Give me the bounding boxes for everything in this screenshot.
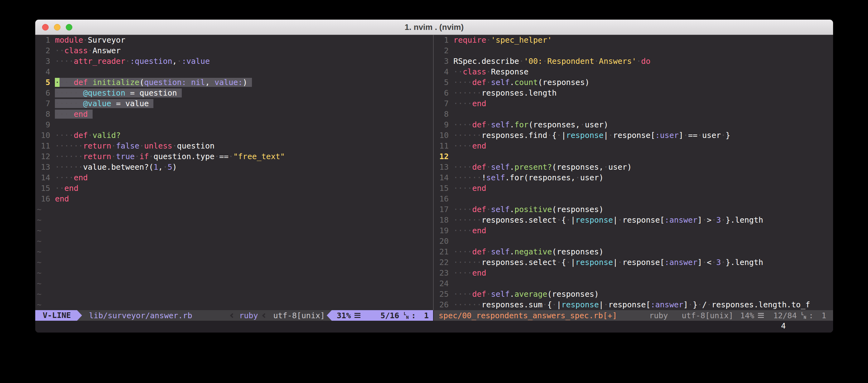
code-line[interactable]: 1module·Surveyor [36,35,433,45]
cursor-position-right: 12/84 [773,311,797,320]
code-line[interactable]: 16end [36,194,433,204]
filler-line[interactable]: ~ [36,215,433,225]
tilde-marker: ~ [36,300,41,309]
nvim-editor: 1module·Surveyor2··class·Answer3····attr… [35,35,833,310]
position-segment: 31% 5/16 LN : 1 [332,310,433,321]
code-line[interactable]: 5····def·self.count(responses) [435,77,833,88]
line-number: 23 [435,268,448,278]
code-line[interactable]: 9····def·self.for(responses,·user) [435,119,833,130]
code-line[interactable]: 17····def·self.positive(responses) [435,204,833,215]
line-number: 25 [435,289,448,300]
statusline-row: V-LINE lib/surveyor/answer.rb ruby utf-8… [35,310,833,321]
tilde-marker: ~ [36,258,41,267]
line-number: 5 [435,77,448,88]
code-line[interactable]: 12 [435,151,833,162]
filler-line[interactable]: ~ [36,236,433,247]
line-number: 17 [435,204,448,215]
line-number: 13 [36,162,50,173]
filler-line[interactable]: ~ [36,257,433,268]
cursor-position: 5/16 [380,311,399,320]
command-line[interactable]: 4 [35,321,833,333]
tilde-marker: ~ [36,215,41,224]
line-number: 18 [435,215,448,225]
code-line[interactable]: 18······responses.select·{·|response|·re… [435,215,833,225]
code-line[interactable]: 6······responses.length [435,88,833,98]
line-number: 3 [36,56,50,67]
code-line[interactable]: 14······!self.for(responses,·user) [435,173,833,183]
code-line[interactable]: 2 [435,45,833,56]
code-line[interactable]: 10····def·valid? [36,130,433,141]
filler-line[interactable]: ~ [36,268,433,278]
code-line[interactable]: 22······responses.select·{·|response|·re… [435,257,833,268]
colon-separator: : [809,311,813,320]
code-line[interactable]: 7······@value·=·value [36,98,433,109]
line-number: 2 [435,45,448,56]
code-line[interactable]: 8 [435,109,833,119]
code-line[interactable]: 15····end [435,183,833,194]
code-line[interactable]: 4··class·Response [435,67,833,77]
code-line[interactable]: 6······@question·=·question [36,88,433,98]
code-line[interactable]: 7····end [435,98,833,109]
code-line[interactable]: 4 [36,67,433,77]
code-line[interactable]: 19····end [435,225,833,236]
code-line[interactable]: 24 [435,278,833,289]
code-line[interactable]: 10······responses.find·{·|response|·resp… [435,130,833,141]
code-line[interactable]: 3RSpec.describe·'00:·Respondent·Answers'… [435,56,833,67]
line-number-glyph-icon: LN [403,312,408,319]
line-number: 4 [435,67,448,77]
code-line[interactable]: 11····end [435,141,833,151]
code-line[interactable]: 23····end [435,268,833,278]
statusline-left: V-LINE lib/surveyor/answer.rb ruby utf-8… [35,310,433,321]
filler-line[interactable]: ~ [36,300,433,310]
encoding-left: utf-8[unix] [273,311,325,320]
code-line[interactable]: 21····def·self.negative(responses) [435,247,833,257]
line-number: 16 [36,194,50,204]
filler-line[interactable]: ~ [36,278,433,289]
powerline-arrow-icon [327,310,332,321]
tilde-marker: ~ [36,205,41,214]
filler-line[interactable]: ~ [36,204,433,215]
code-line[interactable]: 25····def·self.average(responses) [435,289,833,300]
filler-line[interactable]: ~ [36,247,433,257]
line-number: 12 [36,151,50,162]
filename-left: lib/surveyor/answer.rb [89,311,192,320]
code-line[interactable]: 16 [435,194,833,204]
code-line[interactable]: 3····attr_reader·:question,·:value [36,56,433,67]
cursor-column-right: 1 [822,311,826,320]
code-line[interactable]: 12······return·true·if·question.type·==·… [36,151,433,162]
code-line[interactable]: 8····end [36,109,433,119]
powerline-arrow-icon [77,310,82,321]
titlebar[interactable]: 1. nvim . (nvim) [35,20,833,35]
code-line[interactable]: 1require·'spec_helper' [435,35,833,45]
code-line[interactable]: 26······responses.sum·{·|response|·respo… [435,300,833,310]
filler-line[interactable]: ~ [36,225,433,236]
line-number: 10 [435,130,448,141]
line-number: 9 [435,119,448,130]
chevron-left-icon [230,313,235,318]
left-code-pane[interactable]: 1module·Surveyor2··class·Answer3····attr… [35,35,433,310]
code-line[interactable]: 14····end [36,173,433,183]
line-number: 2 [36,45,50,56]
colon-separator: : [411,311,416,320]
filler-line[interactable]: ~ [36,289,433,300]
scroll-percent: 31% [337,311,351,320]
line-number: 15 [435,183,448,194]
code-line[interactable]: 5····def·initialize(question:·nil,·value… [36,77,433,88]
tilde-marker: ~ [36,289,41,299]
code-line[interactable]: 9 [36,119,433,130]
code-line[interactable]: 20 [435,236,833,247]
tilde-marker: ~ [36,237,41,246]
menu-lines-icon [354,313,361,318]
encoding-right: utf-8[unix] [682,311,733,320]
right-code-pane[interactable]: 1require·'spec_helper'23RSpec.describe·'… [434,35,833,310]
code-line[interactable]: 15··end [36,183,433,194]
code-line[interactable]: 2··class·Answer [36,45,433,56]
line-number: 5 [36,77,50,88]
code-line[interactable]: 13······value.between?(1,·5) [36,162,433,173]
code-line[interactable]: 11······return·false·unless·question [36,141,433,151]
line-number: 19 [435,225,448,236]
line-number: 14 [435,173,448,183]
line-number: 10 [36,130,50,141]
code-line[interactable]: 13····def·self.present?(responses,·user) [435,162,833,173]
line-number: 20 [435,236,448,247]
